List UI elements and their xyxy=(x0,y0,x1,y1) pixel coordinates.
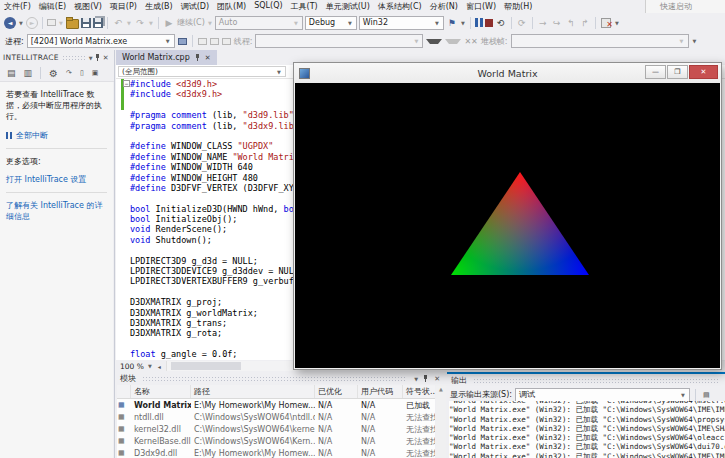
menu-item-8[interactable]: 工具(T) xyxy=(287,1,322,12)
save-all-icon[interactable] xyxy=(93,18,103,28)
quick-launch-box[interactable]: 快速启动 xyxy=(645,0,725,13)
maximize-button[interactable]: ❐ xyxy=(667,65,688,79)
procrow-overflow-icon[interactable]: ▼ xyxy=(692,38,698,44)
tab-pin-icon[interactable] xyxy=(194,54,201,62)
module-row[interactable]: ▦ntdll.dllC:\Windows\SysWOW64\ntdll.dllN… xyxy=(117,411,435,423)
break-all-link-row[interactable]: 全部中断 xyxy=(6,130,107,141)
scrollbar-thumb[interactable] xyxy=(171,362,241,370)
tab-close-icon[interactable]: ✕ xyxy=(205,54,211,62)
modules-scrollbar[interactable]: ▲ xyxy=(436,385,446,458)
close-icon[interactable]: ✕ xyxy=(432,375,442,383)
break-all-icon[interactable] xyxy=(475,18,483,27)
scope-combo[interactable]: (全局范围)▼ xyxy=(118,66,286,77)
thread-window-icon-3[interactable] xyxy=(222,38,231,45)
column-symbolstatus[interactable]: 符号状...▲ xyxy=(403,385,435,398)
process-combo[interactable]: [4204] World Matrix.exe▼ xyxy=(27,34,175,48)
column-optimized[interactable]: 已优化 xyxy=(315,385,358,398)
save-log-icon[interactable]: ▣ xyxy=(90,69,101,77)
stack-frame-combo[interactable]: ▼ xyxy=(511,34,689,48)
navigate-back-icon[interactable]: ◄ xyxy=(4,17,16,29)
calls-view-icon[interactable]: ▥ xyxy=(22,68,35,78)
tab-world-matrix-cpp[interactable]: World Matrix.cpp ✕ xyxy=(116,50,217,65)
column-path[interactable]: 路径 xyxy=(191,385,315,398)
module-row[interactable]: ▦World Matrix...E:\My Homework\My Homew.… xyxy=(117,399,435,411)
menu-item-2[interactable]: 视图(V) xyxy=(70,1,106,12)
menu-item-13[interactable]: 帮助(H) xyxy=(500,1,536,12)
pin-icon[interactable] xyxy=(422,375,429,383)
output-source-combo[interactable]: 调试▼ xyxy=(515,388,690,402)
continue-dropdown-icon[interactable]: ▼ xyxy=(207,20,213,26)
flag-dropdown-icon[interactable]: ▼ xyxy=(460,20,466,26)
refresh-icon[interactable]: ⟳ xyxy=(516,16,528,29)
open-log-icon[interactable]: ▯ xyxy=(78,69,86,77)
window-position-icon[interactable]: ▼ xyxy=(413,376,419,382)
thread-combo[interactable]: ▼ xyxy=(255,34,423,48)
learn-more-link[interactable]: 了解有关 IntelliTrace 的详细信息 xyxy=(6,200,107,222)
clear-output-icon[interactable]: ▤ xyxy=(701,391,712,399)
flag-icon[interactable]: ⚑ xyxy=(446,16,458,29)
filter-icon[interactable] xyxy=(426,39,442,44)
platform-combo[interactable]: Win32▼ xyxy=(359,16,444,30)
module-row[interactable]: ▦D3dx9d.dllE:\My Homework\My Homew...N/A… xyxy=(117,448,435,458)
attach-process-icon[interactable] xyxy=(178,38,187,45)
menu-item-3[interactable]: 项目(P) xyxy=(106,1,141,12)
redo-dropdown-icon[interactable]: ▼ xyxy=(148,20,154,26)
thread-window-icon-1[interactable] xyxy=(198,38,207,45)
restart-icon[interactable]: ⟲ xyxy=(495,16,507,29)
intellitrace-header[interactable]: INTELLITRACE ▼ ✕ xyxy=(0,50,114,65)
zoom-dropdown-icon[interactable]: ▼ xyxy=(147,363,153,369)
menu-item-0[interactable]: 文件(F) xyxy=(0,1,35,12)
toolbar-overflow-icon[interactable]: ▼ xyxy=(614,20,620,26)
undo-dropdown-icon[interactable]: ▼ xyxy=(126,20,132,26)
new-window-icon[interactable] xyxy=(47,19,56,26)
close-icon[interactable]: ✕ xyxy=(101,54,111,62)
menu-item-6[interactable]: 团队(M) xyxy=(213,1,250,12)
menu-item-10[interactable]: 体系结构(C) xyxy=(374,1,426,12)
save-icon[interactable] xyxy=(81,18,91,28)
minimize-button[interactable]: — xyxy=(645,65,666,79)
thread-window-icon-2[interactable] xyxy=(210,38,219,45)
configuration-combo[interactable]: Debug▼ xyxy=(305,16,357,30)
collapse-icon[interactable]: − xyxy=(123,80,130,87)
step-over-icon[interactable]: ↪ xyxy=(551,16,563,29)
export-icon[interactable]: ↷ xyxy=(64,69,74,77)
navigate-forward-icon[interactable]: ► xyxy=(26,17,38,29)
settings-gear-icon[interactable]: ⚙ xyxy=(47,68,60,79)
close-button[interactable]: ✕ xyxy=(689,65,718,79)
output-log[interactable]: "World Matrix.exe" (Win32): 已加载 "C:\Wind… xyxy=(449,401,725,458)
module-row[interactable]: ▦KernelBase.dllC:\Windows\SysWOW64\Kern.… xyxy=(117,436,435,448)
open-settings-link[interactable]: 打开 IntelliTrace 设置 xyxy=(6,174,107,185)
step-out-icon[interactable]: ↰ xyxy=(565,16,577,29)
menu-item-9[interactable]: 单元测试(U) xyxy=(322,1,374,12)
world-matrix-titlebar[interactable]: World Matrix — ❐ ✕ xyxy=(294,63,721,83)
zoom-level[interactable]: 100 % xyxy=(120,362,144,371)
back-dropdown-icon[interactable]: ▼ xyxy=(18,20,24,26)
continue-icon[interactable]: ▶ xyxy=(163,16,175,29)
open-file-icon[interactable] xyxy=(66,19,79,29)
menu-item-5[interactable]: 调试(D) xyxy=(177,1,213,12)
stop-debugging-icon[interactable] xyxy=(485,19,493,27)
filter-clear-icon[interactable] xyxy=(445,39,461,44)
menu-item-7[interactable]: SQL(Q) xyxy=(250,1,286,12)
break-all-link[interactable]: 全部中断 xyxy=(16,130,48,141)
suspend-icon[interactable]: ✕✕ xyxy=(464,37,477,46)
run-to-cursor-icon[interactable]: ↱ xyxy=(579,16,591,29)
column-name[interactable]: 名称 xyxy=(131,385,191,398)
menu-item-4[interactable]: 生成(B) xyxy=(141,1,177,12)
redo-icon[interactable]: ↷ xyxy=(134,16,146,29)
breakpoints-icon[interactable]: ✕ xyxy=(600,17,612,28)
continue-label[interactable]: 继续(C) xyxy=(177,17,205,28)
undo-icon[interactable]: ↶ xyxy=(112,16,124,29)
hscroll-left-icon[interactable]: ◂ xyxy=(156,363,163,370)
menu-item-12[interactable]: 窗口(W) xyxy=(462,1,500,12)
world-matrix-window[interactable]: World Matrix — ❐ ✕ xyxy=(293,62,722,370)
menu-item-11[interactable]: 分析(N) xyxy=(426,1,462,12)
output-header[interactable]: 输出 xyxy=(447,374,725,387)
modules-header[interactable]: 模块 ▼ ✕ xyxy=(116,372,446,385)
pin-icon[interactable] xyxy=(94,54,101,62)
menu-item-1[interactable]: 编辑(E) xyxy=(35,1,70,12)
step-into-icon[interactable]: → xyxy=(537,16,549,29)
column-usercode[interactable]: 用户代码 xyxy=(358,385,403,398)
module-row[interactable]: ▦kernel32.dllC:\Windows\SysWOW64\kerne..… xyxy=(117,423,435,435)
new-window-dropdown-icon[interactable]: ▼ xyxy=(58,20,64,26)
